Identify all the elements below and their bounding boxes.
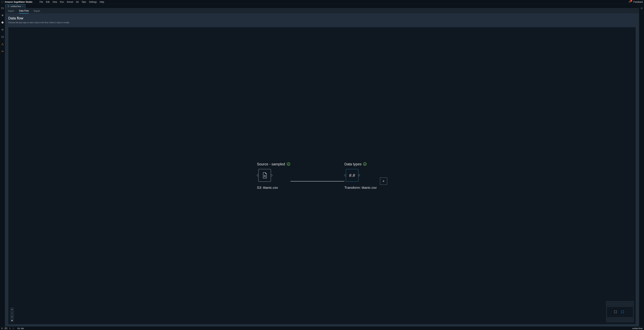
status-git[interactable]: Git: idle <box>17 327 24 329</box>
left-activity-bar <box>0 4 5 326</box>
svg-point-7 <box>2 45 2 45</box>
page-title: Data flow <box>8 16 636 20</box>
terminal-indicator[interactable] <box>4 327 8 329</box>
top-menubar: Amazon SageMaker Studio File Edit View R… <box>0 0 644 4</box>
check-circle-icon <box>363 162 367 166</box>
svg-rect-14 <box>5 328 7 329</box>
node-source-box[interactable] <box>258 169 271 182</box>
add-step-button[interactable]: + <box>380 178 387 185</box>
expand-icon <box>11 316 13 317</box>
svg-point-10 <box>287 162 290 166</box>
running-terminals-icon[interactable] <box>1 14 4 17</box>
feedback-link[interactable]: Feedback <box>634 1 643 3</box>
svg-point-0 <box>2 1 4 3</box>
check-circle-icon <box>286 162 290 166</box>
status-kernel-count[interactable]: 1 <box>9 327 10 329</box>
canvas-wrapper: Source - sampled <box>5 25 639 326</box>
menu-git[interactable]: Git <box>76 1 79 3</box>
lock-icon <box>11 319 13 321</box>
status-bar: 0 1 Git: idle untitled.flow <box>0 326 644 330</box>
zoom-lock-button[interactable] <box>10 318 14 322</box>
connector-wrap <box>290 170 344 182</box>
file-browser-icon[interactable] <box>1 7 4 10</box>
flow-subtabs: Import Data Flow Export <box>5 8 639 14</box>
subtab-import[interactable]: Import <box>8 9 14 13</box>
notifications-button[interactable]: 4 <box>628 1 631 3</box>
app-logo-icon <box>1 1 4 3</box>
node-source[interactable]: Source - sampled <box>257 162 290 190</box>
node-transform-title: Data types <box>344 162 362 166</box>
node-transform-subtitle: Transform: titanic.csv <box>344 186 376 190</box>
menu-view[interactable]: View <box>52 1 57 3</box>
git-icon[interactable] <box>1 21 4 24</box>
svg-point-4 <box>2 30 2 30</box>
zoom-fit-button[interactable] <box>10 315 14 318</box>
tab-untitled-flow[interactable]: untitled.flow × <box>6 4 25 8</box>
app-title: Amazon SageMaker Studio <box>5 1 32 3</box>
components-icon[interactable] <box>1 43 4 46</box>
editor-tabbar: untitled.flow × <box>5 4 639 8</box>
tab-label: untitled.flow <box>10 5 21 7</box>
menu-help[interactable]: Help <box>100 1 104 3</box>
node-transform-box[interactable]: #.# <box>346 169 358 182</box>
menu-kernel[interactable]: Kernel <box>67 1 73 3</box>
flow-canvas[interactable]: Source - sampled <box>8 27 636 324</box>
node-source-subtitle: S3: titanic.csv <box>257 186 278 190</box>
node-source-title: Source - sampled <box>257 162 285 166</box>
subtab-export[interactable]: Export <box>34 9 40 13</box>
node-source-output-port[interactable] <box>270 174 272 176</box>
svg-point-11 <box>364 162 366 166</box>
svg-point-8 <box>3 45 4 45</box>
zoom-controls: + − <box>10 307 14 322</box>
page-subtitle: Choose the plus sign to add a step to th… <box>8 22 636 24</box>
terminal-icon <box>5 327 7 329</box>
tab-close-button[interactable]: × <box>22 5 23 7</box>
svg-point-9 <box>2 43 3 44</box>
status-settings-button[interactable] <box>12 327 14 329</box>
svg-point-2 <box>2 15 3 16</box>
menu-file[interactable]: File <box>40 1 43 3</box>
page-header: Data flow Choose the plus sign to add a … <box>5 14 639 25</box>
svg-rect-12 <box>12 320 12 321</box>
document-icon <box>262 172 268 179</box>
commands-icon[interactable] <box>1 28 4 31</box>
endpoints-icon[interactable] <box>1 50 4 53</box>
right-settings-rail <box>639 4 644 326</box>
svg-point-5 <box>3 30 3 30</box>
gear-icon <box>12 327 14 329</box>
zoom-out-button[interactable]: − <box>10 311 14 315</box>
menu-run[interactable]: Run <box>60 1 64 3</box>
svg-point-15 <box>13 328 14 328</box>
node-transform[interactable]: Data types #.# Transform: <box>344 162 376 190</box>
notifications-badge: 4 <box>630 0 632 2</box>
svg-point-13 <box>641 8 642 9</box>
flow-file-icon <box>7 5 10 7</box>
zoom-in-button[interactable]: + <box>10 308 14 311</box>
flow-graph: Source - sampled <box>257 162 387 190</box>
plus-icon: + <box>382 179 385 184</box>
gear-icon <box>640 7 643 10</box>
menu-tabs[interactable]: Tabs <box>82 1 86 3</box>
number-type-icon: #.# <box>349 173 355 178</box>
status-filename: untitled.flow <box>632 327 642 329</box>
menu-edit[interactable]: Edit <box>46 1 50 3</box>
minimap-viewport <box>607 307 633 317</box>
svg-rect-6 <box>2 36 4 38</box>
main-content: untitled.flow × Import Data Flow Export … <box>5 4 639 326</box>
menu-settings[interactable]: Settings <box>89 1 97 3</box>
menu-items: File Edit View Run Kernel Git Tabs Setti… <box>40 1 104 3</box>
node-transform-output-port[interactable] <box>358 174 360 176</box>
open-tabs-icon[interactable] <box>1 35 4 39</box>
subtab-dataflow[interactable]: Data Flow <box>19 9 29 14</box>
minimap-node-transform <box>621 310 624 313</box>
minimap-node-source <box>614 310 617 313</box>
edge-source-to-transform <box>290 181 344 182</box>
settings-button[interactable] <box>640 7 643 10</box>
minimap[interactable] <box>606 301 634 322</box>
status-left-count[interactable]: 0 <box>2 327 2 329</box>
